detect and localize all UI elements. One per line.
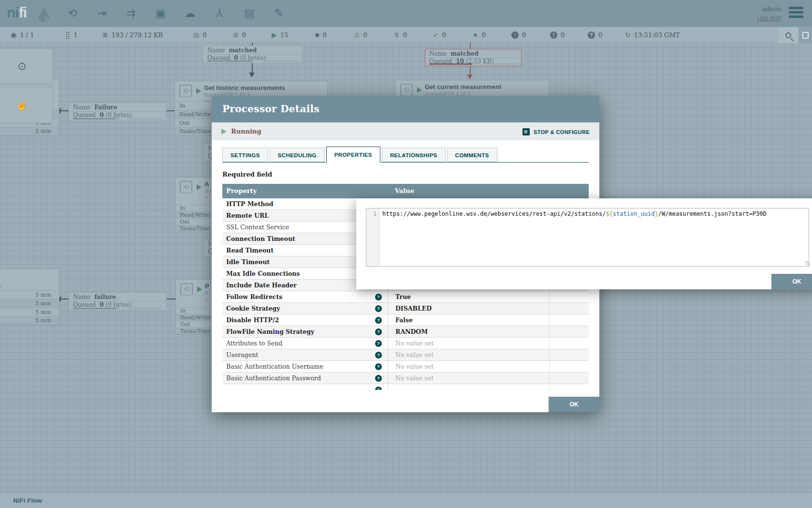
column-value: Value: [388, 184, 549, 198]
tab-settings[interactable]: SETTINGS: [222, 148, 268, 162]
invalid-icon: ⚠: [354, 31, 360, 39]
operate-hand-icon: ☝: [16, 100, 28, 111]
threads-icon: ⣿: [65, 31, 70, 39]
property-row: Useragent?No value set: [222, 349, 589, 361]
connection-label-failure[interactable]: NameFailure Queued0(0 bytes): [69, 103, 167, 121]
processor-node[interactable]: r 5 min 5 min 5 min 5 min: [0, 269, 59, 325]
stopped-icon: ■: [315, 31, 319, 39]
connection-label-matched-highlighted[interactable]: Namematched Queued10(2.53 KB): [425, 49, 522, 66]
dialog-title: Processor Details: [212, 96, 599, 122]
drag-input-port-button[interactable]: ⇥: [94, 5, 110, 21]
navigate-palette[interactable]: ⊙: [0, 48, 53, 84]
question-icon: ?: [588, 31, 595, 39]
status-running: ▶15: [272, 27, 288, 43]
help-icon[interactable]: ?: [375, 317, 382, 324]
processor-name: Get current measurement: [425, 83, 501, 90]
running-icon: [197, 286, 202, 292]
status-connected-nodes: ◉1 / 1: [11, 27, 34, 43]
drag-template-button[interactable]: ▤: [241, 5, 258, 21]
invokehttp-icon: ⟲: [400, 84, 413, 96]
logout-link[interactable]: LOG OUT: [757, 15, 781, 21]
search-button[interactable]: [778, 27, 798, 43]
bulletin-board-button[interactable]: [798, 27, 812, 43]
status-locally-modified: ∗0: [473, 27, 486, 43]
column-spacer: [549, 184, 589, 198]
asterisk-icon: ∗: [473, 31, 478, 39]
status-queued: ≣193 / 279.12 KB: [102, 27, 163, 43]
size-bar: [263, 60, 298, 62]
stat-row: 5 min: [0, 290, 59, 299]
stat-row: 5 min: [0, 316, 59, 325]
app-header: nifi ⟲ ⇥ ⇉ ▣ ☁ ⅄ ▤ ✎ admin LOG OUT: [0, 0, 812, 27]
processor-bundle: or: [204, 194, 208, 199]
size-bar: [128, 118, 162, 120]
queue-bar: [73, 118, 116, 120]
property-row: Basic Authentication Username?No value s…: [222, 361, 589, 373]
nifi-logo: nifi: [7, 4, 27, 21]
last-refresh[interactable]: ↻13:51:03 GMT: [625, 27, 680, 43]
tab-relationships[interactable]: RELATIONSHIPS: [382, 148, 446, 162]
current-user: admin: [762, 5, 781, 13]
stat-row: 5 min: [0, 127, 59, 135]
breadcrumb[interactable]: NiFi Flow: [0, 493, 812, 508]
dialog-tabs: SETTINGS SCHEDULING PROPERTIES RELATIONS…: [222, 147, 589, 163]
size-bar: [483, 63, 517, 65]
size-bar: [128, 308, 162, 309]
tab-properties[interactable]: PROPERTIES: [326, 147, 380, 163]
property-row-partial: ?: [222, 384, 589, 390]
global-menu-button[interactable]: [789, 7, 803, 20]
connection-label-failure[interactable]: Namefailure Queued0(0 bytes): [69, 292, 167, 311]
line-number-gutter: 1: [366, 209, 379, 266]
processor-type: P: [205, 290, 208, 296]
editor-ok-button[interactable]: OK: [771, 274, 812, 289]
connection-label-matched[interactable]: Namematched Queued0(0 bytes): [203, 45, 303, 63]
disabled-icon: ↯: [394, 31, 400, 39]
clipped-label: r: [0, 284, 2, 289]
drag-remote-process-group-button[interactable]: ☁: [182, 5, 198, 21]
tab-scheduling[interactable]: SCHEDULING: [270, 148, 325, 162]
stop-and-configure-button[interactable]: ⚙ STOP & CONFIGURE: [522, 127, 590, 136]
navigate-icon: ⊙: [17, 60, 26, 73]
refresh-icon[interactable]: ↻: [625, 31, 631, 39]
table-header: Property Value: [222, 184, 589, 198]
help-icon[interactable]: ?: [375, 387, 382, 390]
running-icon: ▶: [272, 31, 277, 39]
processor-icon: ⟲: [180, 283, 193, 296]
status-transmitting: ◎0: [193, 27, 207, 43]
help-icon[interactable]: ?: [375, 305, 382, 312]
value-editor-textarea[interactable]: 1 https://www.pegelonline.wsv.de/webserv…: [366, 208, 809, 267]
running-icon: [196, 88, 201, 94]
property-value-editor: 1 https://www.pegelonline.wsv.de/webserv…: [356, 198, 812, 289]
status-up-to-date: ✓0: [433, 27, 446, 43]
help-icon[interactable]: ?: [375, 340, 382, 347]
tab-comments[interactable]: COMMENTS: [447, 148, 497, 162]
drag-process-group-button[interactable]: ▣: [152, 5, 169, 21]
help-icon[interactable]: ?: [375, 329, 382, 335]
help-icon[interactable]: ?: [375, 363, 382, 370]
processor-bundle: or: [205, 296, 209, 301]
help-icon[interactable]: ?: [375, 375, 382, 382]
help-icon[interactable]: ?: [375, 294, 382, 300]
status-disabled: ↯0: [394, 27, 407, 43]
drag-output-port-button[interactable]: ⇉: [123, 5, 139, 21]
operate-palette[interactable]: ☝: [0, 87, 53, 123]
nifi-drop-icon: [38, 5, 50, 23]
invokehttp-icon: ⟲: [179, 85, 192, 97]
drag-processor-button[interactable]: ⟲: [64, 5, 81, 21]
help-icon[interactable]: ?: [375, 352, 382, 359]
gear-icon: ⚙: [522, 128, 530, 135]
dialog-ok-button[interactable]: OK: [549, 397, 599, 412]
drag-label-button[interactable]: ✎: [271, 5, 287, 21]
drag-funnel-button[interactable]: ⅄: [211, 5, 228, 21]
queued-icon: ≣: [102, 31, 108, 39]
processor-name: Get historic measurements: [204, 84, 285, 91]
cluster-icon: ◉: [11, 31, 16, 39]
status-invalid: ⚠0: [354, 27, 367, 43]
value-editor-content[interactable]: https://www.pegelonline.wsv.de/webservic…: [379, 209, 809, 266]
stat-row: 5 min: [0, 299, 59, 308]
resize-handle[interactable]: [806, 261, 810, 266]
property-row: Disable HTTP/2?False: [222, 314, 589, 326]
exclamation-icon: !: [550, 31, 557, 39]
arrowhead-icon: [249, 73, 255, 77]
breadcrumb-root[interactable]: NiFi Flow: [13, 497, 42, 504]
